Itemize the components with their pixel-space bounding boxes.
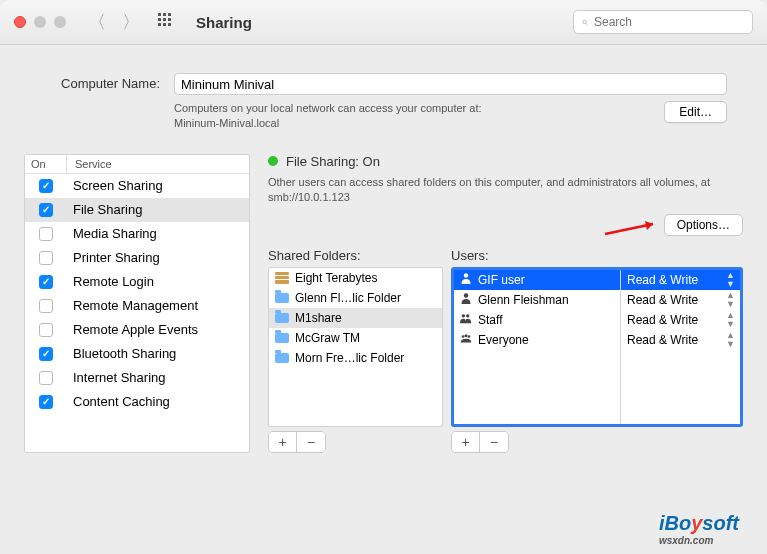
person-icon	[460, 332, 472, 347]
add-user-button[interactable]: +	[452, 432, 480, 452]
detail-pane: File Sharing: On Other users can access …	[268, 154, 743, 453]
maximize-window-button[interactable]	[54, 16, 66, 28]
user-row[interactable]: Staff	[454, 310, 620, 330]
svg-point-7	[466, 314, 469, 317]
remove-user-button[interactable]: −	[480, 432, 508, 452]
service-checkbox[interactable]	[39, 179, 53, 193]
permission-label: Read & Write	[627, 333, 698, 347]
users-label: Users:	[451, 248, 743, 263]
computer-name-input[interactable]	[174, 73, 727, 95]
col-on: On	[25, 155, 67, 173]
svg-point-10	[468, 335, 471, 338]
show-all-icon[interactable]	[158, 13, 176, 31]
minimize-window-button[interactable]	[34, 16, 46, 28]
service-row[interactable]: Bluetooth Sharing	[25, 342, 249, 366]
svg-point-6	[462, 314, 465, 317]
folder-label: McGraw TM	[295, 331, 360, 345]
folders-add-remove: + −	[268, 431, 326, 453]
user-row[interactable]: Everyone	[454, 330, 620, 350]
shared-folders-list[interactable]: Eight TerabytesGlenn Fl…lic FolderM1shar…	[268, 267, 443, 427]
back-button[interactable]: 〈	[88, 10, 106, 34]
services-list: On Service Screen SharingFile SharingMed…	[24, 154, 250, 453]
edit-button[interactable]: Edit…	[664, 101, 727, 123]
folder-row[interactable]: McGraw TM	[269, 328, 442, 348]
service-row[interactable]: Printer Sharing	[25, 246, 249, 270]
search-icon	[582, 16, 588, 29]
add-folder-button[interactable]: +	[269, 432, 297, 452]
computer-name-label: Computer Name:	[40, 73, 160, 91]
stepper-icon[interactable]: ▲▼	[726, 291, 734, 309]
permission-row[interactable]: Read & Write▲▼	[621, 330, 740, 350]
service-checkbox[interactable]	[39, 275, 53, 289]
services-header: On Service	[25, 155, 249, 174]
permission-row[interactable]: Read & Write▲▼	[621, 290, 740, 310]
person-icon	[460, 312, 472, 327]
service-label: Remote Apple Events	[67, 322, 249, 337]
service-row[interactable]: Content Caching	[25, 390, 249, 414]
user-label: GIF user	[478, 273, 525, 287]
folder-label: Morn Fre…lic Folder	[295, 351, 404, 365]
permission-label: Read & Write	[627, 273, 698, 287]
forward-button[interactable]: 〉	[122, 10, 140, 34]
folder-row[interactable]: Glenn Fl…lic Folder	[269, 288, 442, 308]
users-list[interactable]: GIF userGlenn FleishmanStaffEveryone Rea…	[451, 267, 743, 427]
service-label: Internet Sharing	[67, 370, 249, 385]
service-row[interactable]: Remote Management	[25, 294, 249, 318]
service-label: Screen Sharing	[67, 178, 249, 193]
close-window-button[interactable]	[14, 16, 26, 28]
user-row[interactable]: Glenn Fleishman	[454, 290, 620, 310]
shared-folders-label: Shared Folders:	[268, 248, 443, 263]
service-checkbox[interactable]	[39, 395, 53, 409]
nav-arrows: 〈 〉	[88, 10, 140, 34]
status-description: Other users can access shared folders on…	[268, 175, 743, 206]
options-button[interactable]: Options…	[664, 214, 743, 236]
service-row[interactable]: Remote Apple Events	[25, 318, 249, 342]
search-input[interactable]	[594, 15, 744, 29]
service-checkbox[interactable]	[39, 251, 53, 265]
window-titlebar: 〈 〉 Sharing	[0, 0, 767, 45]
service-label: Remote Management	[67, 298, 249, 313]
user-label: Glenn Fleishman	[478, 293, 569, 307]
service-label: Printer Sharing	[67, 250, 249, 265]
permission-row[interactable]: Read & Write▲▼	[621, 310, 740, 330]
service-checkbox[interactable]	[39, 371, 53, 385]
service-checkbox[interactable]	[39, 227, 53, 241]
drive-icon	[275, 272, 289, 284]
folder-label: Eight Terabytes	[295, 271, 378, 285]
service-checkbox[interactable]	[39, 323, 53, 337]
user-label: Staff	[478, 313, 502, 327]
service-row[interactable]: File Sharing	[25, 198, 249, 222]
user-label: Everyone	[478, 333, 529, 347]
service-label: File Sharing	[67, 202, 249, 217]
service-row[interactable]: Remote Login	[25, 270, 249, 294]
remove-folder-button[interactable]: −	[297, 432, 325, 452]
svg-point-5	[464, 293, 468, 297]
stepper-icon[interactable]: ▲▼	[726, 311, 734, 329]
person-icon	[460, 292, 472, 307]
service-label: Remote Login	[67, 274, 249, 289]
folder-row[interactable]: M1share	[269, 308, 442, 328]
svg-point-0	[583, 20, 586, 23]
service-label: Media Sharing	[67, 226, 249, 241]
service-label: Content Caching	[67, 394, 249, 409]
status-dot-icon	[268, 156, 278, 166]
svg-line-1	[586, 23, 588, 25]
search-field[interactable]	[573, 10, 753, 34]
service-row[interactable]: Internet Sharing	[25, 366, 249, 390]
service-checkbox[interactable]	[39, 203, 53, 217]
service-checkbox[interactable]	[39, 347, 53, 361]
watermark: iBoysoft wsxdn.com	[659, 512, 739, 546]
folder-row[interactable]: Eight Terabytes	[269, 268, 442, 288]
permission-row[interactable]: Read & Write▲▼	[621, 270, 740, 290]
service-checkbox[interactable]	[39, 299, 53, 313]
stepper-icon[interactable]: ▲▼	[726, 271, 734, 289]
permission-label: Read & Write	[627, 313, 698, 327]
stepper-icon[interactable]: ▲▼	[726, 331, 734, 349]
user-row[interactable]: GIF user	[454, 270, 620, 290]
col-service: Service	[67, 155, 249, 173]
folder-row[interactable]: Morn Fre…lic Folder	[269, 348, 442, 368]
service-row[interactable]: Media Sharing	[25, 222, 249, 246]
service-row[interactable]: Screen Sharing	[25, 174, 249, 198]
window-title: Sharing	[196, 14, 252, 31]
users-add-remove: + −	[451, 431, 509, 453]
